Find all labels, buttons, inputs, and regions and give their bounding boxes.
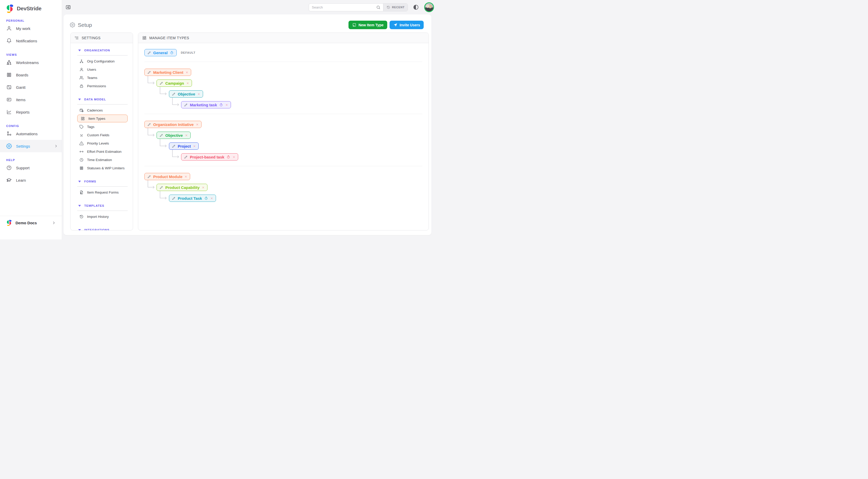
settings-item-import-history[interactable]: Import History [70,212,133,221]
item-type-pill-objective-2[interactable]: Objective [157,132,191,139]
sidebar-item-gantt[interactable]: Gantt [0,81,62,94]
item-type-pill-marketing-task[interactable]: Marketing task [181,101,231,108]
item-label: Item Types [88,117,105,121]
new-item-type-button[interactable]: New Item Type [348,21,387,29]
item-type-pill-project[interactable]: Project [169,142,199,150]
pencil-icon[interactable] [159,133,163,137]
settings-section-forms: FORMS Item Request Forms [70,178,133,196]
warning-triangle-icon [79,141,84,145]
invite-users-button[interactable]: Invite Users [390,21,424,29]
brand-logo[interactable]: DevStride [0,0,62,13]
item-type-pill-product-capability[interactable]: Product Capability [157,184,208,191]
page-header: Setup New Item Type Invite Users [64,14,431,29]
sidebar-section-config: CONFIG [0,125,62,128]
item-label: Tags [87,125,95,129]
item-type-row: Marketing task [145,101,423,108]
section-toggle[interactable]: ORGANIZATION [70,47,133,54]
sidebar-item-settings[interactable]: Settings [0,140,62,152]
pencil-icon[interactable] [184,155,188,159]
close-icon[interactable] [193,145,196,148]
settings-item-tags[interactable]: Tags [70,123,133,131]
sidebar-item-items[interactable]: Items [0,94,62,106]
settings-item-item-types[interactable]: Item Types [77,114,128,122]
pencil-icon[interactable] [184,103,188,107]
item-label: Time Estimation [87,158,112,162]
pencil-icon[interactable] [172,92,176,96]
sidebar-item-workstreams[interactable]: Workstreams [0,56,62,69]
user-avatar[interactable] [424,2,434,12]
section-toggle[interactable]: DATA MODEL [70,96,133,102]
settings-item-time-estimation[interactable]: Time Estimation [70,156,133,164]
sidebar-item-support[interactable]: Support [0,162,62,174]
devstride-logo-icon [6,219,12,226]
pencil-icon[interactable] [159,81,163,85]
close-icon[interactable] [186,82,189,84]
pencil-icon[interactable] [147,123,151,127]
close-icon[interactable] [196,123,199,126]
item-type-row: Product Module [145,173,423,180]
divider [145,62,423,62]
item-type-label: Organization Initiative [153,122,194,127]
history-clock-icon [79,214,84,219]
settings-item-cadences[interactable]: Cadences [70,106,133,114]
sidebar-item-learn[interactable]: Learn [0,174,62,186]
close-icon[interactable] [197,93,200,96]
topbar: RECENT [62,0,434,14]
pencil-icon[interactable] [147,175,151,179]
close-icon[interactable] [225,103,228,106]
settings-item-teams[interactable]: Teams [70,74,133,82]
settings-item-statuses-wip-limiters[interactable]: Statuses & WIP Limiters [70,164,133,172]
pencil-icon[interactable] [172,144,176,148]
boards-columns-icon [6,72,12,78]
pencil-icon[interactable] [159,185,163,190]
sidebar-collapse-button[interactable] [65,4,71,10]
settings-item-priority-levels[interactable]: Priority Levels [70,139,133,147]
settings-item-org-configuration[interactable]: Org Configuration [70,57,133,65]
close-icon[interactable] [202,186,205,189]
search-icon[interactable] [376,4,383,11]
item-type-pill-organization-initiative[interactable]: Organization Initiative [145,121,202,128]
settings-item-custom-fields[interactable]: Custom Fields [70,131,133,139]
settings-item-permissions[interactable]: Permissions [70,82,133,90]
page-title-text: Setup [78,22,92,28]
item-type-row: Campaign [145,79,423,87]
section-toggle[interactable]: TEMPLATES [70,203,133,209]
org-switcher[interactable]: Demo Docs [6,219,56,226]
pencil-icon[interactable] [147,51,151,55]
sidebar-item-boards[interactable]: Boards [0,69,62,81]
triangle-down-icon [78,229,81,231]
section-toggle[interactable]: INTEGRATIONS [70,227,133,230]
item-types-grid-icon [81,116,85,121]
item-type-pill-marketing-client[interactable]: Marketing Client [145,69,191,76]
recent-button[interactable]: RECENT [383,4,408,11]
item-type-pill-product-task[interactable]: Product Task [169,195,216,202]
sidebar-item-reports[interactable]: Reports [0,106,62,118]
item-type-pill-campaign[interactable]: Campaign [157,79,192,87]
stopwatch-icon [170,50,174,55]
theme-contrast-toggle[interactable] [413,4,419,10]
lock-icon [79,84,84,88]
item-type-pill-project-based-task[interactable]: Project-based task [181,153,238,161]
org-chart-icon [79,59,84,64]
sidebar-item-notifications[interactable]: Notifications [0,35,62,47]
close-icon[interactable] [185,71,188,74]
sidebar-item-my-work[interactable]: My work [0,22,62,35]
close-icon[interactable] [232,156,235,159]
section-toggle[interactable]: FORMS [70,178,133,184]
close-icon[interactable] [185,134,188,137]
close-icon[interactable] [184,175,187,178]
reports-chart-icon [6,109,12,115]
item-type-pill-objective[interactable]: Objective [169,90,203,98]
item-type-pill-general[interactable]: General [145,49,177,56]
sidebar-item-automations[interactable]: Automations [0,128,62,140]
search-input[interactable] [309,4,376,11]
item-type-pill-product-module[interactable]: Product Module [145,173,190,180]
page-title: Setup [70,22,92,28]
settings-item-effort-point-estimation[interactable]: Effort Point Estimation [70,147,133,156]
pencil-icon[interactable] [147,70,151,74]
settings-item-item-request-forms[interactable]: Item Request Forms [70,188,133,196]
settings-item-users[interactable]: Users [70,65,133,74]
devstride-logo-icon [6,4,14,13]
pencil-icon[interactable] [172,196,176,200]
close-icon[interactable] [210,197,213,200]
